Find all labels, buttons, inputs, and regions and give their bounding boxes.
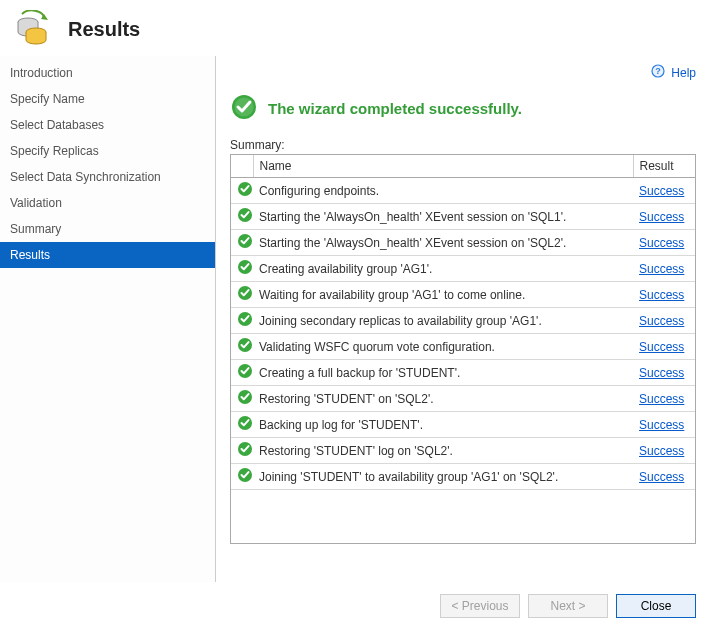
main-panel: ? Help The wizard completed successfully…: [216, 56, 710, 582]
success-check-small-icon: [231, 334, 253, 360]
row-name: Joining secondary replicas to availabili…: [253, 308, 633, 334]
result-link[interactable]: Success: [639, 444, 684, 458]
row-name: Validating WSFC quorum vote configuratio…: [253, 334, 633, 360]
database-sync-icon: [14, 10, 52, 48]
result-link[interactable]: Success: [639, 418, 684, 432]
result-link[interactable]: Success: [639, 236, 684, 250]
summary-table-container: Name Result Configuring endpoints.Succes…: [230, 154, 696, 544]
page-title: Results: [68, 18, 140, 41]
success-check-small-icon: [231, 230, 253, 256]
table-row: Creating a full backup for 'STUDENT'.Suc…: [231, 360, 695, 386]
result-link[interactable]: Success: [639, 470, 684, 484]
help-icon: ?: [651, 64, 665, 81]
sidebar: IntroductionSpecify NameSelect Databases…: [0, 56, 216, 582]
table-row: Joining secondary replicas to availabili…: [231, 308, 695, 334]
sidebar-item-specify-replicas[interactable]: Specify Replicas: [0, 138, 215, 164]
next-button: Next >: [528, 594, 608, 618]
result-link[interactable]: Success: [639, 366, 684, 380]
row-name: Joining 'STUDENT' to availability group …: [253, 464, 633, 490]
table-row: Configuring endpoints.Success: [231, 178, 695, 204]
table-row: Restoring 'STUDENT' on 'SQL2'.Success: [231, 386, 695, 412]
result-link[interactable]: Success: [639, 210, 684, 224]
help-row: ? Help: [230, 64, 696, 87]
row-result: Success: [633, 412, 695, 438]
previous-button: < Previous: [440, 594, 520, 618]
sidebar-item-specify-name[interactable]: Specify Name: [0, 86, 215, 112]
sidebar-item-results[interactable]: Results: [0, 242, 215, 268]
row-result: Success: [633, 360, 695, 386]
row-name: Starting the 'AlwaysOn_health' XEvent se…: [253, 230, 633, 256]
summary-table: Name Result Configuring endpoints.Succes…: [231, 155, 695, 490]
row-name: Restoring 'STUDENT' log on 'SQL2'.: [253, 438, 633, 464]
result-link[interactable]: Success: [639, 262, 684, 276]
column-header-result[interactable]: Result: [633, 155, 695, 178]
table-row: Creating availability group 'AG1'.Succes…: [231, 256, 695, 282]
table-row: Starting the 'AlwaysOn_health' XEvent se…: [231, 230, 695, 256]
row-result: Success: [633, 334, 695, 360]
row-name: Creating a full backup for 'STUDENT'.: [253, 360, 633, 386]
sidebar-item-validation[interactable]: Validation: [0, 190, 215, 216]
sidebar-item-summary[interactable]: Summary: [0, 216, 215, 242]
row-result: Success: [633, 230, 695, 256]
row-result: Success: [633, 178, 695, 204]
table-header-row: Name Result: [231, 155, 695, 178]
column-header-name[interactable]: Name: [253, 155, 633, 178]
success-check-small-icon: [231, 360, 253, 386]
footer: < Previous Next > Close: [0, 582, 710, 632]
result-link[interactable]: Success: [639, 314, 684, 328]
row-result: Success: [633, 438, 695, 464]
row-result: Success: [633, 308, 695, 334]
body: IntroductionSpecify NameSelect Databases…: [0, 56, 710, 582]
success-check-small-icon: [231, 308, 253, 334]
row-result: Success: [633, 256, 695, 282]
success-check-small-icon: [231, 256, 253, 282]
column-header-icon[interactable]: [231, 155, 253, 178]
table-row: Validating WSFC quorum vote configuratio…: [231, 334, 695, 360]
result-link[interactable]: Success: [639, 288, 684, 302]
row-result: Success: [633, 282, 695, 308]
sidebar-item-select-data-synchronization[interactable]: Select Data Synchronization: [0, 164, 215, 190]
row-name: Creating availability group 'AG1'.: [253, 256, 633, 282]
row-name: Backing up log for 'STUDENT'.: [253, 412, 633, 438]
success-check-small-icon: [231, 282, 253, 308]
result-link[interactable]: Success: [639, 392, 684, 406]
wizard-window: Results IntroductionSpecify NameSelect D…: [0, 0, 710, 632]
svg-text:?: ?: [656, 66, 662, 76]
help-link[interactable]: Help: [671, 66, 696, 80]
status-row: The wizard completed successfully.: [230, 87, 696, 138]
row-result: Success: [633, 386, 695, 412]
table-row: Restoring 'STUDENT' log on 'SQL2'.Succes…: [231, 438, 695, 464]
success-check-small-icon: [231, 386, 253, 412]
success-check-small-icon: [231, 178, 253, 204]
row-result: Success: [633, 204, 695, 230]
table-row: Joining 'STUDENT' to availability group …: [231, 464, 695, 490]
result-link[interactable]: Success: [639, 184, 684, 198]
close-button[interactable]: Close: [616, 594, 696, 618]
result-link[interactable]: Success: [639, 340, 684, 354]
success-check-small-icon: [231, 438, 253, 464]
row-name: Restoring 'STUDENT' on 'SQL2'.: [253, 386, 633, 412]
table-row: Waiting for availability group 'AG1' to …: [231, 282, 695, 308]
row-name: Starting the 'AlwaysOn_health' XEvent se…: [253, 204, 633, 230]
sidebar-item-select-databases[interactable]: Select Databases: [0, 112, 215, 138]
table-row: Backing up log for 'STUDENT'.Success: [231, 412, 695, 438]
success-check-small-icon: [231, 464, 253, 490]
row-name: Waiting for availability group 'AG1' to …: [253, 282, 633, 308]
table-row: Starting the 'AlwaysOn_health' XEvent se…: [231, 204, 695, 230]
row-name: Configuring endpoints.: [253, 178, 633, 204]
row-result: Success: [633, 464, 695, 490]
summary-label: Summary:: [230, 138, 696, 154]
header: Results: [0, 0, 710, 56]
sidebar-item-introduction[interactable]: Introduction: [0, 60, 215, 86]
status-message: The wizard completed successfully.: [268, 100, 522, 117]
success-check-small-icon: [231, 412, 253, 438]
success-check-large-icon: [230, 93, 258, 124]
success-check-small-icon: [231, 204, 253, 230]
